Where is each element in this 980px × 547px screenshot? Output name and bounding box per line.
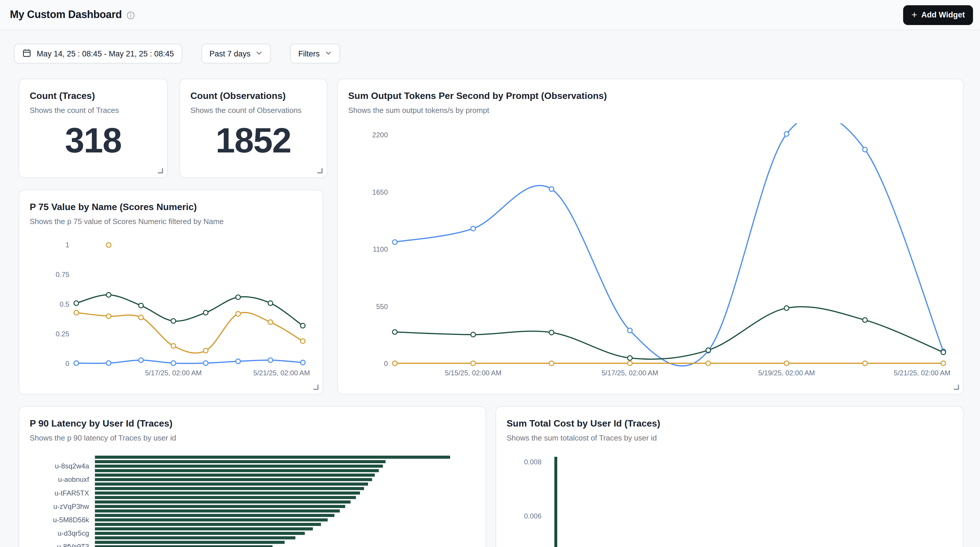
metric-value: 1852 [191,124,316,158]
svg-text:u-tFAR5TX: u-tFAR5TX [54,489,89,497]
line-chart-p75-value[interactable]: 10.750.50.2505/17/25, 02:00 AM5/21/25, 0… [30,233,313,382]
svg-text:0: 0 [384,360,388,368]
add-widget-label: Add Widget [921,11,965,19]
svg-text:0: 0 [65,360,69,368]
calendar-icon [22,48,32,59]
widget-subtitle: Shows the count of Observations [191,106,316,115]
dashboard-page: My Custom Dashboard + Add Widget [0,0,980,547]
date-range-picker[interactable]: May 14, 25 : 08:45 - May 21, 25 : 08:45 [14,44,182,63]
widget-total-cost: Sum Total Cost by User Id (Traces) Shows… [496,406,964,547]
widget-count-observations: Count (Observations) Shows the count of … [179,79,327,178]
svg-text:550: 550 [376,303,388,311]
widget-subtitle: Shows the sum output tokens/s by prompt [348,106,953,115]
chevron-down-icon [325,49,332,58]
widget-subtitle: Shows the p 90 latency of Traces by user… [30,433,475,443]
bar-chart-p90-latency[interactable]: u-8sq2w4au-aobnuxfu-tFAR5TXu-zVqP3hwu-5M… [30,452,476,547]
widget-subtitle: Shows the sum totalcost of Traces by use… [507,433,953,443]
svg-text:1100: 1100 [373,245,388,253]
plus-icon: + [911,10,917,19]
widget-title: Count (Traces) [30,90,157,102]
page-title: My Custom Dashboard [10,9,122,21]
chevron-down-icon [256,49,262,58]
svg-text:1: 1 [65,241,69,249]
svg-text:u-aobnuxf: u-aobnuxf [58,476,89,483]
svg-text:0.5: 0.5 [60,300,69,308]
widget-count-traces: Count (Traces) Shows the count of Traces… [19,79,168,178]
svg-text:5/21/25, 02:00 AM: 5/21/25, 02:00 AM [894,369,951,377]
svg-text:5/15/25, 02:00 AM: 5/15/25, 02:00 AM [445,369,502,377]
filters-label: Filters [298,49,320,58]
bar-chart-total-cost[interactable]: 0.0080.006 [507,443,955,547]
svg-text:2200: 2200 [372,131,388,139]
svg-text:0.75: 0.75 [56,271,69,279]
metric-value: 318 [30,124,157,158]
resize-handle-icon[interactable] [954,385,959,390]
widget-title: P 90 Latency by User Id (Traces) [30,417,475,430]
date-preset-label: Past 7 days [209,49,250,58]
svg-text:u-8sq2w4a: u-8sq2w4a [55,462,89,470]
info-icon[interactable] [126,11,135,20]
header: My Custom Dashboard + Add Widget [0,0,980,30]
svg-text:u-8fVa9T3: u-8fVa9T3 [57,543,89,547]
widget-title: P 75 Value by Name (Scores Numeric) [30,201,312,214]
widget-p90-latency: P 90 Latency by User Id (Traces) Shows t… [19,406,486,547]
resize-handle-icon[interactable] [313,385,318,390]
svg-text:5/17/25, 02:00 AM: 5/17/25, 02:00 AM [145,369,202,377]
widget-title: Count (Observations) [191,90,316,102]
date-range-text: May 14, 25 : 08:45 - May 21, 25 : 08:45 [37,49,174,58]
resize-handle-icon[interactable] [317,168,323,173]
svg-text:u-d3qr5cg: u-d3qr5cg [58,529,89,537]
date-preset-dropdown[interactable]: Past 7 days [201,44,271,63]
svg-text:0.008: 0.008 [524,458,541,466]
add-widget-button[interactable]: + Add Widget [903,5,973,25]
toolbar: May 14, 25 : 08:45 - May 21, 25 : 08:45 … [14,44,340,63]
widget-tokens-per-second: Sum Output Tokens Per Second by Prompt (… [337,79,964,395]
line-chart-tokens-per-second[interactable]: 22001650110055005/15/25, 02:00 AM5/17/25… [348,124,954,382]
svg-text:5/19/25, 02:00 AM: 5/19/25, 02:00 AM [758,369,815,377]
resize-handle-icon[interactable] [158,168,163,173]
widget-title: Sum Total Cost by User Id (Traces) [507,417,953,430]
widget-subtitle: Shows the p 75 value of Scores Numeric f… [30,217,312,227]
svg-text:1650: 1650 [372,188,388,196]
filters-dropdown[interactable]: Filters [290,44,340,63]
svg-text:5/21/25, 02:00 AM: 5/21/25, 02:00 AM [253,369,310,377]
svg-text:5/17/25, 02:00 AM: 5/17/25, 02:00 AM [601,369,658,377]
svg-text:0.25: 0.25 [56,330,69,338]
svg-text:0.006: 0.006 [524,512,541,520]
widget-subtitle: Shows the count of Traces [30,106,157,115]
svg-text:u-5M8D56k: u-5M8D56k [53,516,89,524]
widget-title: Sum Output Tokens Per Second by Prompt (… [348,90,953,102]
svg-text:u-zVqP3hw: u-zVqP3hw [53,503,89,511]
widget-p75-value-by-name: P 75 Value by Name (Scores Numeric) Show… [19,190,323,395]
